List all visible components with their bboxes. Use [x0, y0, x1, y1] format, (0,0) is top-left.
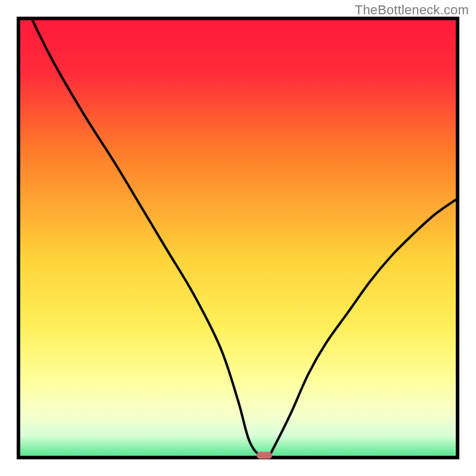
gradient-background: [18, 18, 458, 458]
plot-area: [18, 18, 458, 458]
watermark-text: TheBottleneck.com: [355, 2, 469, 18]
bottleneck-chart: [0, 0, 476, 476]
valley-marker: [256, 452, 272, 459]
